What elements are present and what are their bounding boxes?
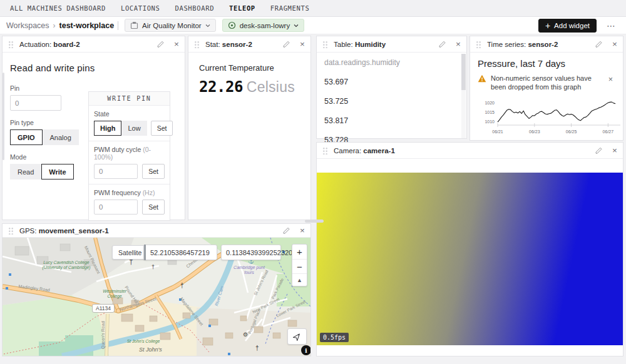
close-widget-button[interactable]: × [612,40,617,49]
svg-text:1015: 1015 [485,109,495,114]
workspace-toolbar: Workspaces › test-workplace Air Quality … [0,17,626,34]
plus-icon: + [545,21,550,30]
close-widget-button[interactable]: × [174,40,179,49]
table-row: 53.725 [324,97,459,106]
edit-widget-button[interactable] [595,40,603,48]
edit-widget-button[interactable] [156,40,165,48]
svg-text:06/21: 06/21 [492,129,503,134]
dismiss-warning-button[interactable]: × [608,74,615,84]
widget-stat: Stat: sensor-2 × Current Temperature 22.… [188,36,311,220]
widget-scrollbar[interactable] [3,73,4,160]
pencil-icon [156,40,165,48]
chart-title: Pressure, last 7 days [478,58,615,69]
actuation-heading: Read and write pins [10,63,177,73]
pin-input[interactable] [10,95,61,111]
edit-widget-button[interactable] [282,226,290,235]
close-widget-button[interactable]: × [612,146,617,155]
drag-handle-icon[interactable] [476,40,481,48]
pin-type-analog-button[interactable]: Analog [43,129,79,145]
state-label: State [94,110,165,118]
svg-text:1020: 1020 [485,100,495,104]
widget-header: Table: Humidity × [317,36,466,53]
close-widget-button[interactable]: × [300,40,305,49]
widget-table: Table: Humidity × data.readings.humidity… [316,36,467,139]
widget-header: GPS: movement_sensor-1 × [3,224,310,238]
widget-header: Time series: sensor-2 × [470,36,623,53]
chevron-down-icon [205,23,210,28]
top-nav: ALL MACHINES DASHBOARD LOCATIONS DASHBOA… [0,0,626,17]
latitude-input[interactable]: 52.2105386457219 [143,245,217,260]
stat-value: 22.26 [199,78,243,96]
row-resize-handle[interactable] [305,220,324,223]
set-state-button[interactable]: Set [151,121,173,136]
drag-handle-icon[interactable] [8,40,14,48]
set-duty-button[interactable]: Set [142,164,165,179]
state-high-button[interactable]: High [94,121,121,136]
edit-widget-button[interactable] [282,40,290,48]
breadcrumb-workspaces[interactable]: Workspaces [6,21,49,30]
mode-write-button[interactable]: Write [41,164,73,179]
drag-handle-icon[interactable] [322,146,328,154]
widget-actuation: Actuation: board-2 × Read and write pins… [2,36,185,220]
edit-widget-button[interactable] [438,40,446,48]
map-info-button[interactable]: i [301,345,310,355]
write-pin-header: WRITE PIN [89,92,170,106]
navigate-arrow-icon [293,332,302,341]
nav-all-machines-dashboard[interactable]: ALL MACHINES DASHBOARD [10,4,106,12]
compass-button[interactable]: ▲ [292,273,307,286]
satellite-toggle-button[interactable]: Satellite [112,245,148,260]
drag-handle-icon[interactable] [194,40,200,48]
locate-button[interactable] [287,328,307,345]
add-widget-button[interactable]: + Add widget [538,19,597,33]
warning-banner: Non-numeric sensor values have been drop… [478,74,615,92]
edit-widget-button[interactable] [595,146,603,154]
attraction-icon: ⚙ [243,331,248,338]
pencil-icon [282,226,290,235]
widget-gps: GPS: movement_sensor-1 × [2,223,311,356]
fragment-icon [130,21,138,29]
nav-teleop[interactable]: TELEOP [229,4,255,12]
drag-handle-icon[interactable] [8,226,14,235]
map-canvas[interactable]: † † † † ⚙ ⚓ Mount Pleasant Madingley Roa… [3,238,310,356]
church-icon: † [151,264,155,270]
nav-dashboard[interactable]: DASHBOARD [175,4,215,12]
mode-read-button[interactable]: Read [10,164,41,179]
state-low-button[interactable]: Low [121,121,146,136]
church-icon: † [180,282,184,289]
pin-type-gpio-button[interactable]: GPIO [10,129,43,145]
table-row: 53.817 [324,116,459,125]
widget-timeseries: Time series: sensor-2 × Pressure, last 7… [470,36,623,141]
zoom-out-button[interactable]: − [292,259,307,273]
more-menu-button[interactable]: ⋯ [603,21,620,31]
pwm-duty-label: PWM duty cycle (0-100%) [94,146,165,161]
map-zoom-controls: + − ▲ [292,244,307,286]
machine-icon [228,21,236,29]
close-widget-button[interactable]: × [300,226,305,235]
longitude-input[interactable]: 0.11384393992523201 [221,245,281,260]
svg-text:06/25: 06/25 [566,129,577,134]
widget-title: Stat: sensor-2 [205,41,277,48]
fragment-selector[interactable]: Air Quality Monitor [125,19,216,32]
state-toggle: High Low [94,121,147,136]
widget-title: Camera: camera-1 [334,147,589,154]
nav-fragments[interactable]: FRAGMENTS [270,4,310,12]
fragment-selector-label: Air Quality Monitor [142,22,202,29]
zoom-in-button[interactable]: + [292,245,307,259]
set-frequency-button[interactable]: Set [142,200,165,215]
warning-text: Non-numeric sensor values have been drop… [491,74,598,92]
camera-stream: 0.5fps [317,173,623,345]
widget-camera: Camera: camera-1 × 0.5fps [316,142,623,356]
machine-selector[interactable]: desk-sam-lowry [222,19,305,32]
close-widget-button[interactable]: × [456,40,461,49]
svg-text:06/23: 06/23 [529,129,540,134]
widget-title: Time series: sensor-2 [487,41,589,48]
pencil-icon [595,146,603,154]
nav-locations[interactable]: LOCATIONS [121,4,160,12]
workspace-name[interactable]: test-workplace [59,21,119,30]
add-widget-label: Add widget [554,22,590,29]
table-scrollbar[interactable] [461,54,466,138]
pwm-frequency-input[interactable] [94,200,138,215]
pwm-duty-input[interactable] [94,164,138,179]
drag-handle-icon[interactable] [322,40,328,48]
svg-text:06/27: 06/27 [603,129,614,134]
